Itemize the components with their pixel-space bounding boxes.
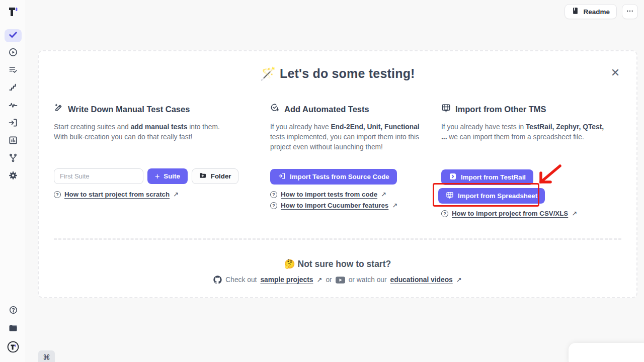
sidebar-item-milestones[interactable] [5, 82, 22, 95]
list-check-icon [8, 65, 18, 77]
automated-tests-heading-text: Add Automated Tests [284, 104, 369, 115]
footer-heading-text: Not sure how to start? [298, 259, 391, 269]
automated-tests-column: Add Automated Tests If you already have … [270, 103, 422, 152]
readme-button[interactable]: Readme [565, 4, 617, 19]
close-glyph: ✕ [611, 67, 620, 78]
body-text: Start creating suites and [54, 123, 131, 131]
sidebar-item-plans[interactable] [5, 64, 22, 77]
import-tms-heading: Import from Other TMS [441, 103, 607, 115]
bar-chart-icon [8, 135, 18, 147]
folder-icon [8, 323, 18, 335]
manual-tests-heading: Write Down Manual Test Cases [54, 103, 227, 115]
spreadsheet-plus-icon [446, 191, 454, 201]
app-logo-icon[interactable] [7, 5, 20, 18]
sidebar-item-branches[interactable] [5, 152, 22, 165]
external-link-icon: ↗ [392, 202, 397, 209]
sidebar-item-analytics[interactable] [5, 135, 22, 148]
import-spreadsheet-label: Import from Spreadsheet [458, 192, 537, 200]
external-link-icon: ↗ [381, 191, 386, 198]
educational-videos-link[interactable]: educational videos [390, 276, 453, 284]
gear-icon [8, 170, 18, 183]
projects-button[interactable] [8, 323, 18, 335]
book-icon [572, 7, 579, 16]
check-icon [8, 30, 18, 42]
pen-plus-icon [54, 103, 63, 115]
import-source-label: Import Tests from Source Code [290, 173, 389, 180]
scratch-help-link[interactable]: ? How to start project from scratch ↗ [54, 191, 179, 198]
question-circle-icon: ? [441, 210, 448, 217]
folder-plus-icon [199, 171, 207, 181]
sidebar-item-pulse[interactable] [5, 100, 22, 113]
cucumber-help-link[interactable]: ? How to import Cucumber features ↗ [270, 202, 397, 209]
body-text: If you already have [270, 123, 331, 131]
link-label[interactable]: How to import project from CSV/XLS [452, 210, 568, 217]
github-icon [213, 276, 222, 284]
question-circle-icon: ? [54, 191, 61, 198]
more-options-button[interactable] [622, 4, 638, 19]
import-tms-column: Import from Other TMS If you already hav… [441, 103, 607, 142]
import-tms-heading-text: Import from Other TMS [455, 104, 546, 115]
manual-tests-body: Start creating suites and add manual tes… [54, 122, 227, 142]
plus-icon: + [155, 172, 159, 180]
magic-wand-emoji: 🪄 [260, 66, 276, 80]
chevron-square-icon [449, 172, 457, 182]
footer-text: or watch our [349, 276, 387, 284]
chat-widget-bubble[interactable] [569, 343, 644, 362]
first-suite-input[interactable] [54, 168, 143, 184]
table-plus-icon [441, 103, 451, 115]
onboarding-card: 🪄 Let's do some testing! ✕ Write Down Ma… [38, 50, 637, 298]
pulse-icon [8, 100, 18, 112]
sidebar [0, 0, 26, 362]
play-circle-icon [8, 47, 18, 59]
footer-text: Check out [225, 276, 257, 284]
command-shortcut-badge[interactable]: ⌘ [38, 350, 55, 362]
git-branch-icon [8, 153, 18, 165]
link-label[interactable]: How to import Cucumber features [281, 202, 388, 209]
youtube-icon [336, 277, 345, 284]
manual-tests-column: Write Down Manual Test Cases Start creat… [54, 103, 227, 142]
suite-creation-controls: + Suite Folder [54, 168, 238, 184]
sidebar-bottom [0, 305, 26, 355]
import-testrail-button[interactable]: Import from TestRail [441, 169, 533, 185]
close-icon[interactable]: ✕ [609, 67, 621, 79]
card-title-text: Let's do some testing! [280, 66, 415, 80]
automated-tests-body: If you already have End-2End, Unit, Func… [270, 122, 422, 152]
import-source-controls: Import Tests from Source Code [270, 169, 397, 185]
avatar-logo-icon [7, 341, 19, 355]
body-text: If you already have tests in [441, 123, 526, 131]
check-circle-plus-icon [270, 103, 280, 115]
readme-label: Readme [583, 8, 610, 16]
profile-avatar[interactable] [7, 341, 19, 355]
csv-help-link[interactable]: ? How to import project from CSV/XLS ↗ [441, 210, 577, 217]
help-circle-icon [9, 305, 18, 317]
body-text: we can import them from a spreadsheet fi… [447, 133, 584, 141]
sidebar-item-tests[interactable] [5, 29, 22, 42]
dashed-divider [54, 238, 621, 240]
sample-projects-link[interactable]: sample projects [260, 276, 313, 284]
sidebar-item-runs[interactable] [5, 47, 22, 60]
add-folder-button[interactable]: Folder [192, 168, 238, 184]
import-tms-body: If you already have tests in TestRail, Z… [441, 122, 607, 142]
link-label[interactable]: How to import tests from code [281, 191, 377, 198]
command-icon: ⌘ [43, 353, 50, 362]
help-button[interactable] [9, 305, 18, 317]
footer-heading: 🤔 Not sure how to start? [39, 259, 636, 269]
question-circle-icon: ? [270, 191, 277, 198]
ellipsis-icon [626, 7, 634, 17]
sidebar-item-import[interactable] [5, 117, 22, 130]
external-link-icon: ↗ [572, 210, 577, 217]
link-label[interactable]: How to start project from scratch [64, 191, 170, 198]
import-source-code-button[interactable]: Import Tests from Source Code [270, 169, 397, 185]
body-text: tests implemented, you can import them i… [270, 133, 419, 151]
import-icon [8, 118, 18, 130]
add-suite-button[interactable]: + Suite [147, 168, 188, 184]
import-code-help-link[interactable]: ? How to import tests from code ↗ [270, 191, 386, 198]
body-text-bold: End-2End, Unit, Functional [331, 123, 419, 131]
import-spreadsheet-button[interactable]: Import from Spreadsheet [438, 188, 545, 204]
topbar-actions: Readme [565, 4, 638, 19]
thinking-emoji: 🤔 [284, 259, 295, 269]
sidebar-item-settings[interactable] [5, 170, 22, 183]
automated-tests-heading: Add Automated Tests [270, 103, 422, 115]
external-link-icon: ↗ [316, 276, 322, 284]
manual-tests-heading-text: Write Down Manual Test Cases [68, 104, 190, 115]
